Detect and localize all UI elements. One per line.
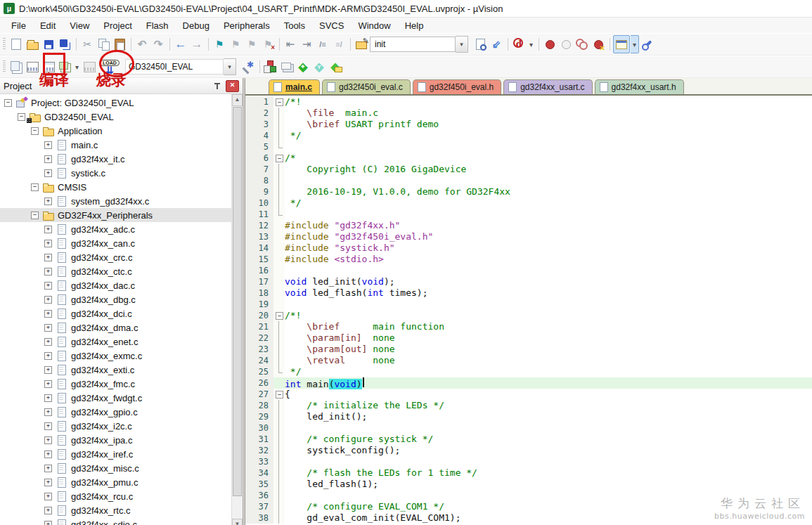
manage-books-icon[interactable] xyxy=(279,58,295,75)
tree-expander-icon[interactable]: − xyxy=(31,127,39,135)
code-line[interactable]: 25 */ xyxy=(245,366,812,377)
line-number[interactable]: 11 xyxy=(245,209,273,220)
tree-expander-icon[interactable]: + xyxy=(44,240,52,247)
tree-expander-icon[interactable]: + xyxy=(44,380,52,388)
tree-item[interactable]: +gd32f4xx_rcu.c xyxy=(0,489,231,503)
tree-expander-icon[interactable]: + xyxy=(44,155,52,163)
fold-margin[interactable] xyxy=(273,209,285,220)
line-number[interactable]: 21 xyxy=(245,321,273,332)
tree-item[interactable]: −GD32450I_EVAL xyxy=(0,110,231,124)
tree-expander-icon[interactable]: + xyxy=(44,268,52,276)
navigate-back-icon[interactable] xyxy=(173,36,188,53)
line-number[interactable]: 31 xyxy=(245,434,273,445)
dropdown-icon[interactable] xyxy=(73,58,81,75)
fold-margin[interactable] xyxy=(273,242,285,254)
navigate-forward-icon[interactable] xyxy=(189,36,205,53)
tree-item[interactable]: +gd32f4xx_adc.c xyxy=(0,222,231,236)
code-line[interactable]: 35 led_flash(1); xyxy=(245,479,812,490)
line-number[interactable]: 7 xyxy=(245,164,273,175)
menu-debug[interactable]: Debug xyxy=(176,19,217,32)
tree-expander-icon[interactable]: + xyxy=(44,254,52,261)
tree-expander-icon[interactable]: + xyxy=(44,408,52,416)
fold-margin[interactable] xyxy=(273,400,285,411)
stop-build-icon[interactable] xyxy=(82,58,97,75)
tree-item[interactable]: +main.c xyxy=(0,138,231,152)
code-line[interactable]: 34 /* flash the LEDs for 1 time */ xyxy=(245,467,812,479)
open-file-icon[interactable] xyxy=(25,36,40,53)
build-icon[interactable] xyxy=(25,58,40,75)
bookmark-next-icon[interactable] xyxy=(244,36,259,53)
fold-margin[interactable] xyxy=(273,164,285,175)
tree-item[interactable]: +gd32f4xx_dbg.c xyxy=(0,292,231,306)
pin-icon[interactable] xyxy=(213,82,221,90)
fold-margin[interactable] xyxy=(273,490,285,501)
menu-project[interactable]: Project xyxy=(96,19,138,32)
fold-margin[interactable] xyxy=(273,512,285,524)
tree-item[interactable]: +gd32f4xx_i2c.c xyxy=(0,419,231,433)
tree-expander-icon[interactable]: + xyxy=(44,169,52,177)
tree-expander-icon[interactable]: + xyxy=(44,465,52,472)
code-line[interactable]: 20/*! xyxy=(245,310,812,321)
tree-item[interactable]: −CMSIS xyxy=(0,180,231,194)
fold-margin[interactable] xyxy=(273,254,285,265)
tree-expander-icon[interactable]: + xyxy=(44,394,52,402)
code-line[interactable]: 14#include "systick.h" xyxy=(245,242,812,254)
tree-expander-icon[interactable]: + xyxy=(44,521,52,525)
code-line[interactable]: 32 systick_config(); xyxy=(245,445,812,456)
tree-expander-icon[interactable]: + xyxy=(44,310,52,318)
tree-expander-icon[interactable]: + xyxy=(44,436,52,444)
pack-installer-icon[interactable] xyxy=(328,58,343,75)
tree-item[interactable]: +gd32f4xx_can.c xyxy=(0,236,231,250)
editor-tab-main.c[interactable]: main.c xyxy=(269,79,320,94)
line-number[interactable]: 24 xyxy=(245,355,273,366)
fold-margin[interactable] xyxy=(273,355,285,366)
tree-item[interactable]: +gd32f4xx_exmc.c xyxy=(0,349,231,363)
scrollbar-thumb[interactable] xyxy=(233,107,242,496)
tree-item[interactable]: +gd32f4xx_crc.c xyxy=(0,250,231,264)
code-line[interactable]: 17void led_init(void); xyxy=(245,276,812,287)
dropdown-icon[interactable] xyxy=(527,36,535,53)
line-number[interactable]: 14 xyxy=(245,242,273,254)
find-input[interactable] xyxy=(373,39,452,50)
line-number[interactable]: 2 xyxy=(245,108,273,119)
comment-icon[interactable] xyxy=(315,36,330,53)
code-line[interactable]: 31 /* configure systick */ xyxy=(245,434,812,445)
fold-margin[interactable] xyxy=(273,422,285,434)
tree-expander-icon[interactable]: + xyxy=(44,338,52,346)
breakpoint-insert-icon[interactable] xyxy=(542,36,558,53)
code-line[interactable]: 4 */ xyxy=(245,130,812,141)
line-number[interactable]: 19 xyxy=(245,299,273,310)
line-number[interactable]: 33 xyxy=(245,456,273,467)
unindent-icon[interactable] xyxy=(283,36,298,53)
fold-margin[interactable] xyxy=(273,175,285,186)
tree-item[interactable]: +gd32f4xx_it.c xyxy=(0,152,231,166)
line-number[interactable]: 28 xyxy=(245,400,273,411)
fold-margin[interactable] xyxy=(273,467,285,479)
editor-tab-gd32f4xx_usart.h[interactable]: gd32f4xx_usart.h xyxy=(595,79,684,94)
line-number[interactable]: 22 xyxy=(245,332,273,344)
tree-item[interactable]: +gd32f4xx_misc.c xyxy=(0,461,231,475)
tree-expander-icon[interactable]: + xyxy=(44,296,52,304)
line-number[interactable]: 30 xyxy=(245,422,273,434)
tree-item[interactable]: +gd32f4xx_dac.c xyxy=(0,278,231,292)
tree-expander-icon[interactable]: + xyxy=(44,507,52,514)
scroll-down-button[interactable]: ▼ xyxy=(232,519,243,525)
code-line[interactable]: 13#include "gd32f450i_eval.h" xyxy=(245,231,812,242)
fold-margin[interactable] xyxy=(273,231,285,242)
select-packs-icon[interactable] xyxy=(311,58,327,75)
tree-item[interactable]: −GD32F4xx_Peripherals xyxy=(0,208,231,222)
line-number[interactable]: 8 xyxy=(245,175,273,186)
menu-file[interactable]: File xyxy=(4,19,33,32)
breakpoint-enable-icon[interactable] xyxy=(558,36,574,53)
editor-tab-gd32f450i_eval.c[interactable]: gd32f450i_eval.c xyxy=(322,79,411,94)
wrench-icon[interactable] xyxy=(640,36,655,53)
bookmark-toggle-icon[interactable] xyxy=(212,36,227,53)
fold-margin[interactable] xyxy=(273,141,285,153)
menu-help[interactable]: Help xyxy=(398,19,431,32)
fold-margin[interactable] xyxy=(273,186,285,197)
find-combobox-dropdown-button[interactable]: ▾ xyxy=(456,36,468,53)
tree-expander-icon[interactable]: − xyxy=(18,113,25,121)
code-line[interactable]: 5 xyxy=(245,141,812,153)
code-line[interactable]: 33 xyxy=(245,456,812,467)
fold-margin[interactable] xyxy=(273,265,285,276)
